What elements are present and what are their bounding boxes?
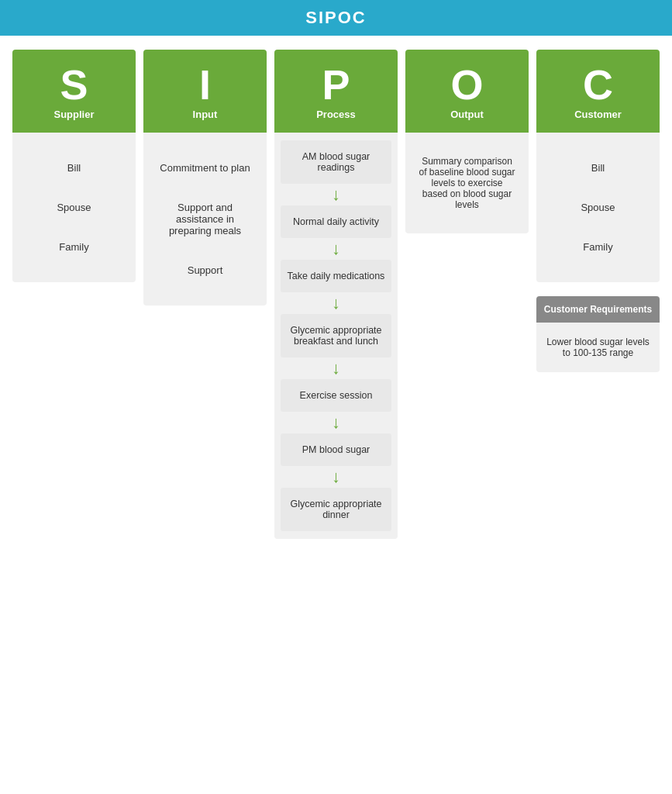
- supplier-letter: S: [12, 64, 136, 105]
- output-body: Summary comparison of baseline blood sug…: [405, 133, 529, 233]
- input-letter: I: [143, 64, 267, 105]
- customer-letter: C: [536, 64, 660, 105]
- process-step-0: AM blood sugar readings: [281, 140, 391, 184]
- list-item: Bill: [20, 148, 128, 188]
- input-label: Input: [143, 105, 267, 126]
- process-step-2: Take daily medications: [281, 260, 391, 292]
- list-item: Spouse: [20, 188, 128, 227]
- output-letter: O: [405, 64, 529, 105]
- process-header: P Process: [274, 50, 398, 133]
- list-item: Family: [544, 227, 652, 267]
- customer-requirements-label: Customer Requirements: [541, 304, 655, 315]
- arrow-icon-5: ↓: [332, 466, 340, 488]
- arrow-icon-4: ↓: [332, 412, 340, 433]
- process-column: P Process AM blood sugar readings ↓ Norm…: [274, 50, 398, 539]
- list-item: Family: [20, 227, 128, 267]
- sipoc-header: SIPOC: [0, 0, 672, 36]
- supplier-header: S Supplier: [12, 50, 136, 133]
- process-step-1: Normal daily activity: [281, 205, 391, 238]
- customer-requirements-text: Lower blood sugar levels to 100-135 rang…: [546, 337, 650, 358]
- process-body: AM blood sugar readings ↓ Normal daily a…: [274, 133, 398, 539]
- list-item: Support and assistance in preparing meal…: [151, 188, 259, 250]
- list-item: Support: [151, 250, 259, 290]
- output-column: O Output Summary comparison of baseline …: [405, 50, 529, 233]
- customer-header: C Customer: [536, 50, 660, 133]
- process-label: Process: [274, 105, 398, 126]
- arrow-icon-3: ↓: [332, 357, 340, 379]
- process-letter: P: [274, 64, 398, 105]
- list-item: Bill: [544, 148, 652, 188]
- customer-body: Bill Spouse Family: [536, 133, 660, 282]
- arrow-icon-1: ↓: [332, 238, 340, 260]
- sipoc-grid: S Supplier Bill Spouse Family I Input Co…: [0, 50, 672, 554]
- arrow-icon-0: ↓: [332, 184, 340, 205]
- list-item: Commitment to plan: [151, 148, 259, 188]
- header-title: SIPOC: [305, 8, 366, 27]
- input-column: I Input Commitment to plan Support and a…: [143, 50, 267, 306]
- supplier-column: S Supplier Bill Spouse Family: [12, 50, 136, 282]
- supplier-label: Supplier: [12, 105, 136, 126]
- customer-column: C Customer Bill Spouse Family Customer R…: [536, 50, 660, 372]
- list-item: Summary comparison of baseline blood sug…: [413, 148, 521, 218]
- process-step-6: Glycemic appropriate dinner: [281, 488, 391, 531]
- process-step-3: Glycemic appropriate breakfast and lunch: [281, 314, 391, 357]
- input-header: I Input: [143, 50, 267, 133]
- process-step-5: PM blood sugar: [281, 433, 391, 466]
- customer-requirements-header: Customer Requirements: [536, 296, 660, 323]
- process-step-4: Exercise session: [281, 379, 391, 412]
- page: SIPOC S Supplier Bill Spouse Family I In…: [0, 0, 672, 554]
- customer-requirements-body: Lower blood sugar levels to 100-135 rang…: [536, 323, 660, 372]
- output-label: Output: [405, 105, 529, 126]
- output-header: O Output: [405, 50, 529, 133]
- list-item: Spouse: [544, 188, 652, 227]
- supplier-body: Bill Spouse Family: [12, 133, 136, 282]
- customer-label: Customer: [536, 105, 660, 126]
- input-body: Commitment to plan Support and assistanc…: [143, 133, 267, 306]
- arrow-icon-2: ↓: [332, 292, 340, 314]
